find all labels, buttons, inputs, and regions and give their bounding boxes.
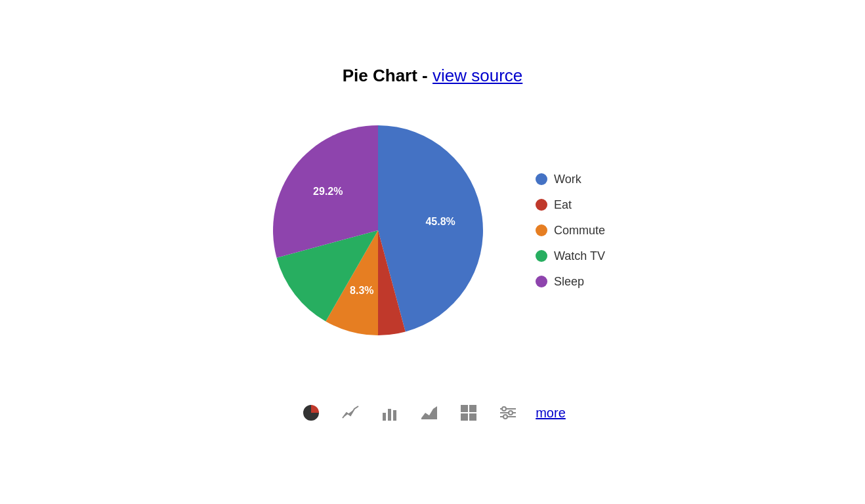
legend-item-work: Work — [536, 173, 605, 186]
legend-label: Watch TV — [554, 249, 605, 263]
pie-svg: 45.8%8.3%29.2% — [260, 112, 496, 348]
bar-chart-button[interactable] — [378, 401, 402, 425]
svg-rect-0 — [383, 413, 386, 421]
legend-label: Work — [554, 173, 581, 186]
area-chart-button[interactable] — [417, 401, 441, 425]
legend-item-sleep: Sleep — [536, 275, 605, 289]
svg-rect-3 — [461, 405, 468, 412]
legend-dot — [536, 250, 547, 262]
svg-rect-1 — [388, 409, 391, 421]
legend-label: Eat — [554, 198, 572, 212]
svg-rect-2 — [393, 410, 396, 421]
chart-legend: Work Eat Commute Watch TV Sleep — [536, 173, 605, 289]
settings-button[interactable] — [496, 401, 520, 425]
svg-rect-4 — [469, 405, 476, 412]
pie-chart-button[interactable] — [299, 401, 323, 425]
pie-chart: 45.8%8.3%29.2% — [260, 112, 496, 348]
table-button[interactable] — [457, 401, 480, 425]
svg-point-11 — [509, 411, 513, 415]
slice-label: 45.8% — [425, 216, 455, 227]
legend-label: Sleep — [554, 275, 584, 289]
svg-point-12 — [503, 415, 507, 419]
svg-rect-5 — [461, 413, 468, 421]
svg-point-10 — [502, 407, 506, 411]
slice-label: 8.3% — [350, 285, 373, 296]
legend-dot — [536, 173, 547, 185]
legend-item-watch-tv: Watch TV — [536, 249, 605, 263]
legend-dot — [536, 224, 547, 236]
line-chart-button[interactable] — [339, 401, 362, 425]
title-bold: Pie Chart — [343, 66, 417, 85]
legend-dot — [536, 276, 547, 287]
legend-label: Commute — [554, 224, 605, 238]
slice-label: 29.2% — [313, 186, 343, 197]
svg-rect-6 — [469, 413, 476, 421]
legend-dot — [536, 199, 547, 211]
toolbar: more — [299, 401, 566, 425]
title-separator: - — [422, 66, 433, 85]
view-source-link[interactable]: view source — [433, 66, 522, 85]
legend-item-eat: Eat — [536, 198, 605, 212]
more-link[interactable]: more — [536, 406, 566, 421]
chart-area: 45.8%8.3%29.2% Work Eat Commute Watch TV… — [260, 112, 605, 348]
legend-item-commute: Commute — [536, 224, 605, 238]
page-title: Pie Chart - view source — [343, 66, 523, 86]
